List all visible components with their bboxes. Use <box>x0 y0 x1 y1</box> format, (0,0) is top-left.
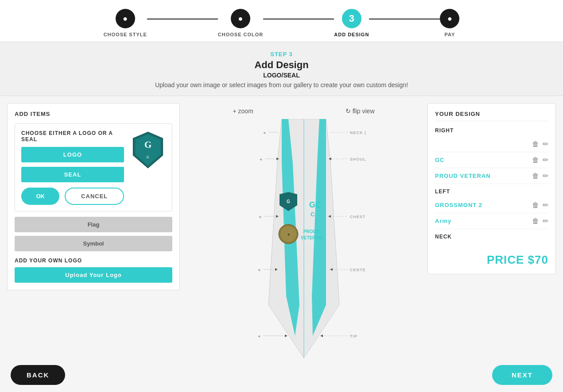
step-title: Add Design <box>0 59 563 71</box>
design-item-gc: GC 🗑 ✏ <box>435 152 548 168</box>
svg-text:◄: ◄ <box>257 334 261 338</box>
connector-2-3 <box>263 19 334 19</box>
step-pay[interactable]: ● PAY <box>440 9 459 37</box>
svg-text:◄: ◄ <box>257 268 261 272</box>
logo-button[interactable]: LOGO <box>21 147 124 162</box>
step-circle-4: ● <box>440 9 459 28</box>
design-item-army-actions: 🗑 ✏ <box>532 217 548 225</box>
design-item-right-blank: 🗑 ✏ <box>435 136 548 152</box>
logo-preview: G ⚔ <box>130 130 166 170</box>
progress-bar: ● CHOOSE STYLE ● CHOOSE COLOR 3 ADD DESI… <box>0 0 563 42</box>
zoom-flip-bar: + zoom ↻ flip view <box>233 108 375 115</box>
step-add-design[interactable]: 3 ADD DESIGN <box>334 9 369 37</box>
step-circle-2: ● <box>231 9 250 28</box>
stole-svg: NECK (BACK) ◄ SHOULDER ◄ GC C G <box>242 119 366 367</box>
bottom-nav: BACK NEXT <box>0 358 563 392</box>
edit-right-blank-button[interactable]: ✏ <box>543 140 548 148</box>
design-item-proud-veteran-name: PROUD VETERAN <box>435 173 491 179</box>
neck-section-label: NECK <box>435 234 548 240</box>
back-button[interactable]: BACK <box>11 365 65 385</box>
flag-button[interactable]: Flag <box>15 217 172 232</box>
svg-text:GC: GC <box>309 200 321 209</box>
svg-text:◄: ◄ <box>258 215 262 219</box>
step-label-1: CHOOSE STYLE <box>104 32 147 37</box>
design-item-army: Army 🗑 ✏ <box>435 213 548 229</box>
logo-seal-buttons: LOGO SEAL <box>21 147 124 182</box>
your-design-title: YOUR DESIGN <box>435 111 548 121</box>
delete-proud-veteran-button[interactable]: 🗑 <box>532 172 539 180</box>
svg-text:⚜: ⚜ <box>287 233 290 237</box>
price-row: PRICE $70 <box>435 253 548 267</box>
step-subtitle: LOGO/SEAL <box>0 72 563 79</box>
svg-text:TIP: TIP <box>350 334 357 338</box>
step-circle-3: 3 <box>342 9 361 28</box>
seal-button[interactable]: SEAL <box>21 167 124 182</box>
right-section-label: RIGHT <box>435 127 548 134</box>
design-item-army-name: Army <box>435 218 451 224</box>
svg-text:VETERAN: VETERAN <box>301 235 322 240</box>
design-item-actions: 🗑 ✏ <box>532 140 548 148</box>
step-choose-style[interactable]: ● CHOOSE STYLE <box>104 9 147 37</box>
svg-text:G: G <box>144 139 151 150</box>
edit-grossmont-button[interactable]: ✏ <box>543 201 548 209</box>
symbol-button[interactable]: Symbol <box>15 236 172 251</box>
connector-1-2 <box>147 19 218 19</box>
upload-logo-button[interactable]: Upload Your Logo <box>15 267 172 283</box>
ok-cancel-row: OK CANCEL <box>21 188 124 205</box>
svg-text:NECK (BACK): NECK (BACK) <box>350 131 366 135</box>
edit-army-button[interactable]: ✏ <box>543 217 548 225</box>
svg-text:CHEST: CHEST <box>350 215 366 219</box>
ok-button[interactable]: OK <box>21 188 59 205</box>
cancel-button[interactable]: CANCEL <box>65 188 124 205</box>
step-label-3: ADD DESIGN <box>334 32 369 37</box>
center-panel: + zoom ↻ flip view NECK (BACK) <box>187 103 420 372</box>
delete-gc-button[interactable]: 🗑 <box>532 156 539 164</box>
step-label-2: CHOOSE COLOR <box>218 32 263 37</box>
main-layout: ADD ITEMS CHOOSE EITHER A LOGO OR A SEAL… <box>0 96 563 379</box>
step-number: STEP 3 <box>0 51 563 58</box>
svg-marker-43 <box>285 334 287 337</box>
choose-title: CHOOSE EITHER A LOGO OR A SEAL <box>21 130 124 142</box>
step-circle-1: ● <box>116 9 135 28</box>
design-item-proud-veteran-actions: 🗑 ✏ <box>532 172 548 180</box>
design-item-grossmont-name: GROSSMONT 2 <box>435 202 482 208</box>
delete-right-blank-button[interactable]: 🗑 <box>532 140 539 148</box>
left-section-label: LEFT <box>435 188 548 195</box>
svg-text:G: G <box>287 199 290 204</box>
design-item-grossmont-actions: 🗑 ✏ <box>532 201 548 209</box>
svg-text:SHOULDER: SHOULDER <box>350 157 366 161</box>
step-choose-color[interactable]: ● CHOOSE COLOR <box>218 9 263 37</box>
delete-army-button[interactable]: 🗑 <box>532 217 539 225</box>
left-panel: ADD ITEMS CHOOSE EITHER A LOGO OR A SEAL… <box>7 103 180 372</box>
design-item-gc-actions: 🗑 ✏ <box>532 156 548 164</box>
svg-text:CENTER: CENTER <box>350 268 366 272</box>
design-item-proud-veteran: PROUD VETERAN 🗑 ✏ <box>435 168 548 184</box>
add-items-box: ADD ITEMS CHOOSE EITHER A LOGO OR A SEAL… <box>7 103 180 290</box>
choose-logo-seal-box: CHOOSE EITHER A LOGO OR A SEAL LOGO SEAL… <box>15 123 172 211</box>
flip-button[interactable]: ↻ flip view <box>346 108 375 115</box>
svg-text:⚔: ⚔ <box>146 154 150 159</box>
edit-gc-button[interactable]: ✏ <box>543 156 548 164</box>
price-display: PRICE $70 <box>487 253 548 266</box>
zoom-button[interactable]: + zoom <box>233 108 253 115</box>
next-button[interactable]: NEXT <box>492 365 552 385</box>
edit-proud-veteran-button[interactable]: ✏ <box>543 172 548 180</box>
design-item-gc-name: GC <box>435 157 445 163</box>
connector-3-4 <box>369 19 440 19</box>
stole-preview: NECK (BACK) ◄ SHOULDER ◄ GC C G <box>242 119 366 367</box>
your-design-box: YOUR DESIGN RIGHT 🗑 ✏ GC 🗑 ✏ PROUD VETER… <box>427 103 556 274</box>
svg-text:C: C <box>311 211 315 218</box>
right-panel: YOUR DESIGN RIGHT 🗑 ✏ GC 🗑 ✏ PROUD VETER… <box>427 103 556 372</box>
svg-text:PROUD: PROUD <box>303 229 319 234</box>
svg-marker-44 <box>320 334 323 337</box>
svg-text:◄: ◄ <box>262 131 266 135</box>
add-own-logo-title: ADD YOUR OWN LOGO <box>15 257 172 264</box>
svg-text:◄: ◄ <box>259 157 263 161</box>
delete-grossmont-button[interactable]: 🗑 <box>532 201 539 209</box>
step-label-4: PAY <box>444 32 455 37</box>
step-description: Upload your own image or select images f… <box>0 81 563 88</box>
add-items-title: ADD ITEMS <box>15 111 172 117</box>
design-item-grossmont: GROSSMONT 2 🗑 ✏ <box>435 197 548 213</box>
header-section: STEP 3 Add Design LOGO/SEAL Upload your … <box>0 42 563 96</box>
